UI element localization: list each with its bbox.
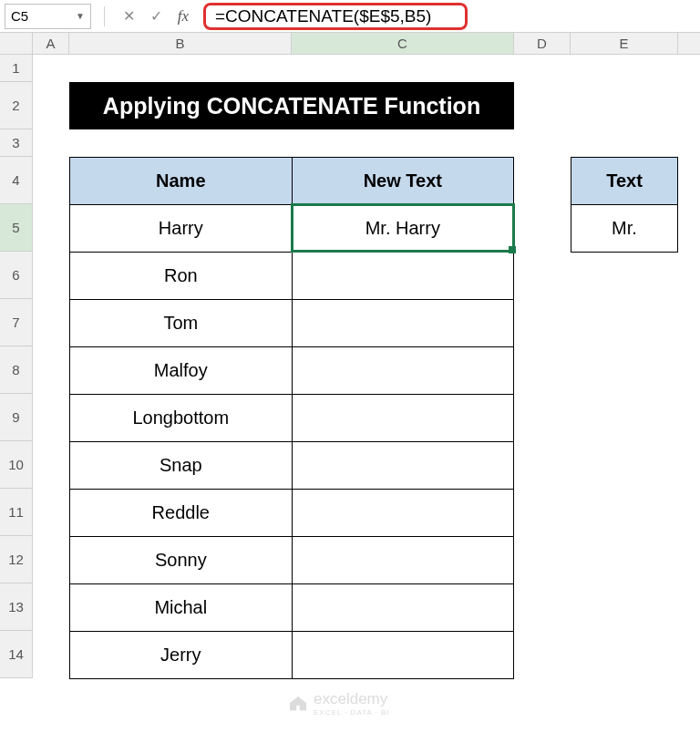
table-row: Snap [70,442,514,490]
col-header-c[interactable]: C [292,33,514,54]
row-header-8[interactable]: 8 [0,346,32,394]
table-row: Malfoy [70,347,514,395]
grid: 1 2 3 4 5 6 7 8 9 10 11 12 13 14 Applyin… [0,55,700,678]
cell-name[interactable]: Michal [70,584,293,632]
col-header-e[interactable]: E [571,33,678,54]
cell-name[interactable]: Longbottom [70,395,293,442]
cell-name[interactable]: Malfoy [70,347,293,395]
fx-icon[interactable]: fx [172,7,194,26]
cell-newtext[interactable] [292,584,513,632]
cell-name[interactable]: Ron [70,253,293,300]
check-icon[interactable]: ✓ [145,7,167,25]
row-header-14[interactable]: 14 [0,631,32,678]
row-header-5[interactable]: 5 [0,204,32,252]
cell-newtext[interactable] [292,253,513,300]
cell-name[interactable]: Jerry [70,632,293,679]
cell-newtext[interactable] [292,347,513,395]
row-headers: 1 2 3 4 5 6 7 8 9 10 11 12 13 14 [0,55,33,678]
cell-newtext[interactable] [292,395,513,442]
table-row: Reddle [70,490,514,537]
cell-name[interactable]: Harry [70,205,293,253]
row-header-9[interactable]: 9 [0,394,32,441]
cell-name[interactable]: Snap [70,442,293,490]
watermark: exceldemy EXCEL · DATA · BI [288,690,390,717]
row-header-6[interactable]: 6 [0,252,32,299]
table-row: Tom [70,300,514,347]
header-newtext[interactable]: New Text [292,158,513,205]
cell-name[interactable]: Tom [70,300,293,347]
col-header-a[interactable]: A [33,33,69,54]
row-header-10[interactable]: 10 [0,441,32,489]
cell-newtext[interactable] [292,632,513,679]
row-header-11[interactable]: 11 [0,489,32,536]
house-icon [288,696,308,712]
cell-newtext[interactable] [292,442,513,490]
table-row: Jerry [70,632,514,679]
table-row: Longbottom [70,395,514,442]
row-header-2[interactable]: 2 [0,82,32,129]
cell-newtext[interactable] [292,300,513,347]
header-name[interactable]: Name [70,158,293,205]
row-header-12[interactable]: 12 [0,536,32,583]
row-header-13[interactable]: 13 [0,583,32,631]
table-row: Sonny [70,537,514,584]
cell-name[interactable]: Sonny [70,537,293,584]
select-all-corner[interactable] [0,33,33,54]
name-box-value: C5 [11,8,28,24]
cell-newtext[interactable] [292,490,513,537]
formula-bar: C5 ▼ ✕ ✓ fx =CONCATENATE($E$5,B5) [0,0,700,33]
cancel-icon[interactable]: ✕ [118,7,139,25]
main-table: Name New Text HarryMr. Harry Ron Tom Mal… [69,157,514,679]
separator [104,6,105,26]
col-header-d[interactable]: D [514,33,571,54]
cell-newtext[interactable]: Mr. Harry [292,205,513,253]
row-header-7[interactable]: 7 [0,299,32,346]
title-banner: Applying CONCATENATE Function [69,82,514,129]
row-header-3[interactable]: 3 [0,129,32,157]
side-table: Text Mr. [571,157,678,253]
header-text[interactable]: Text [571,158,678,205]
watermark-tagline: EXCEL · DATA · BI [314,708,390,717]
cell-text[interactable]: Mr. [571,205,678,253]
row-header-1[interactable]: 1 [0,55,32,82]
watermark-brand: exceldemy [314,690,387,707]
formula-input[interactable]: =CONCATENATE($E$5,B5) [203,3,468,30]
row-header-4[interactable]: 4 [0,157,32,204]
table-header-row: Name New Text [70,158,514,205]
formula-text: =CONCATENATE($E$5,B5) [215,6,431,26]
table-row: Michal [70,584,514,632]
col-header-b[interactable]: B [69,33,292,54]
table-row: HarryMr. Harry [70,205,514,253]
cell-newtext[interactable] [292,537,513,584]
name-box[interactable]: C5 ▼ [5,4,91,29]
chevron-down-icon[interactable]: ▼ [76,11,85,21]
column-headers: A B C D E [0,33,700,55]
table-row: Ron [70,253,514,300]
cells-area[interactable]: Applying CONCATENATE Function Name New T… [33,55,700,678]
cell-name[interactable]: Reddle [70,490,293,537]
